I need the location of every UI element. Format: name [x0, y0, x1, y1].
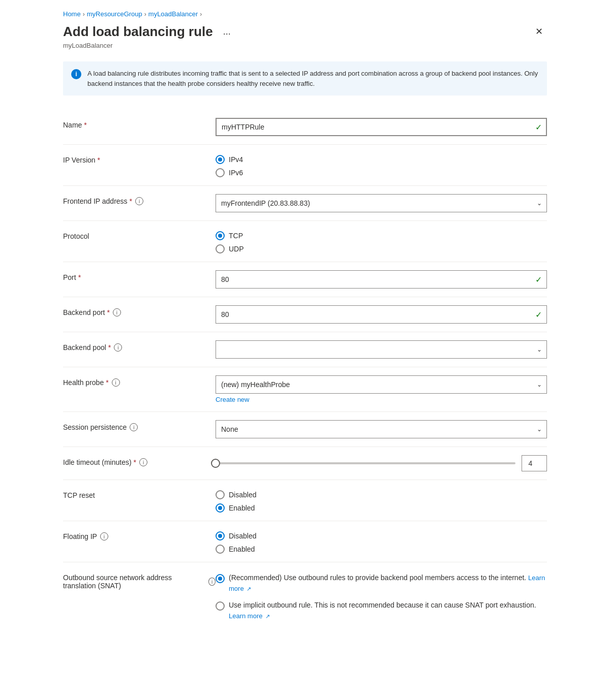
name-input-wrapper: ✓: [216, 118, 547, 136]
outbound-snat-radio2[interactable]: [216, 601, 225, 611]
backend-port-label: Backend port * i: [63, 305, 216, 316]
backend-port-input-wrapper: ✓: [216, 305, 547, 324]
tcp-reset-radio-group: Disabled Enabled: [216, 488, 547, 513]
floating-ip-disabled-label: Disabled: [229, 532, 256, 540]
floating-ip-disabled-radio[interactable]: [216, 531, 225, 540]
breadcrumb-sep1: ›: [83, 11, 85, 18]
tcp-reset-row: TCP reset Disabled Enabled: [63, 482, 547, 519]
ip-version-required: *: [98, 156, 100, 164]
slider-thumb[interactable]: [211, 459, 220, 468]
port-label: Port *: [63, 270, 216, 281]
frontend-ip-info-icon[interactable]: i: [135, 197, 143, 205]
backend-pool-info-icon[interactable]: i: [114, 343, 122, 352]
ipv6-label: IPv6: [229, 169, 243, 177]
tcp-reset-control: Disabled Enabled: [216, 488, 547, 513]
outbound-snat-radio1[interactable]: [216, 574, 225, 583]
close-button[interactable]: ✕: [531, 24, 547, 39]
name-required: *: [84, 121, 86, 129]
health-probe-select[interactable]: (new) myHealthProbe: [216, 375, 547, 394]
frontend-ip-select[interactable]: myFrontendIP (20.83.88.83): [216, 194, 547, 212]
floating-ip-enabled-option[interactable]: Enabled: [216, 545, 547, 554]
idle-timeout-input[interactable]: [522, 455, 547, 471]
name-input[interactable]: [216, 118, 547, 136]
info-icon: i: [71, 69, 81, 79]
tcp-radio[interactable]: [216, 231, 225, 240]
udp-radio[interactable]: [216, 244, 225, 253]
tcp-reset-enabled-radio[interactable]: [216, 503, 225, 513]
ipv6-radio[interactable]: [216, 168, 225, 177]
health-probe-info-icon[interactable]: i: [112, 378, 120, 387]
tcp-reset-disabled-option[interactable]: Disabled: [216, 490, 547, 499]
idle-timeout-required: *: [134, 458, 136, 466]
outbound-snat-info-icon[interactable]: i: [208, 578, 216, 586]
floating-ip-label: Floating IP i: [63, 529, 216, 540]
ip-version-label: IP Version *: [63, 153, 216, 164]
ipv6-option[interactable]: IPv6: [216, 168, 547, 177]
outbound-snat-options: (Recommended) Use outbound rules to prov…: [216, 570, 547, 621]
health-probe-select-wrapper: (new) myHealthProbe ⌄: [216, 375, 547, 394]
outbound-snat-control: (Recommended) Use outbound rules to prov…: [216, 570, 547, 621]
idle-timeout-control: [216, 455, 547, 471]
outbound-snat-option2: Use implicit outbound rule. This is not …: [216, 600, 547, 621]
protocol-control: TCP UDP: [216, 229, 547, 253]
backend-port-input[interactable]: [216, 305, 547, 324]
floating-ip-radio-group: Disabled Enabled: [216, 529, 547, 554]
port-required: *: [78, 273, 81, 281]
outbound-snat-text2: Use implicit outbound rule. This is not …: [229, 600, 547, 621]
backend-pool-select[interactable]: [216, 340, 547, 359]
backend-port-row: Backend port * i ✓: [63, 299, 547, 330]
health-probe-required: *: [106, 378, 108, 387]
floating-ip-control: Disabled Enabled: [216, 529, 547, 554]
session-persistence-select-wrapper: None ⌄: [216, 420, 547, 438]
floating-ip-disabled-option[interactable]: Disabled: [216, 531, 547, 540]
ip-version-radio-group: IPv4 IPv6: [216, 153, 547, 177]
tcp-reset-enabled-option[interactable]: Enabled: [216, 503, 547, 513]
name-label: Name *: [63, 118, 216, 129]
slider-track[interactable]: [216, 462, 515, 464]
ellipsis-button[interactable]: ...: [219, 24, 235, 39]
port-checkmark: ✓: [535, 275, 542, 284]
frontend-ip-select-wrapper: myFrontendIP (20.83.88.83) ⌄: [216, 194, 547, 212]
frontend-ip-label: Frontend IP address * i: [63, 194, 216, 205]
idle-timeout-info-icon[interactable]: i: [139, 458, 147, 466]
info-banner: i A load balancing rule distributes inco…: [63, 61, 547, 96]
tcp-option[interactable]: TCP: [216, 231, 547, 240]
outbound-snat-text1: (Recommended) Use outbound rules to prov…: [229, 572, 547, 594]
name-control: ✓: [216, 118, 547, 136]
health-probe-label: Health probe * i: [63, 375, 216, 387]
protocol-row: Protocol TCP UDP: [63, 223, 547, 260]
create-new-link[interactable]: Create new: [216, 396, 249, 403]
ip-version-row: IP Version * IPv4 IPv6: [63, 147, 547, 183]
floating-ip-enabled-radio[interactable]: [216, 545, 225, 554]
tcp-label: TCP: [229, 232, 243, 240]
health-probe-row: Health probe * i (new) myHealthProbe ⌄ C…: [63, 369, 547, 409]
backend-port-checkmark: ✓: [535, 310, 542, 320]
backend-port-info-icon[interactable]: i: [113, 308, 121, 316]
ipv4-radio[interactable]: [216, 155, 225, 164]
name-row: Name * ✓: [63, 112, 547, 142]
session-persistence-control: None ⌄: [216, 420, 547, 438]
breadcrumb-resource-group[interactable]: myResourceGroup: [87, 10, 142, 18]
external-link-icon-1: ↗: [247, 585, 251, 593]
udp-label: UDP: [229, 245, 244, 253]
breadcrumb-home[interactable]: Home: [63, 10, 81, 18]
session-persistence-select[interactable]: None: [216, 420, 547, 438]
breadcrumb-sep2: ›: [144, 11, 146, 18]
ipv4-label: IPv4: [229, 155, 243, 164]
ip-version-control: IPv4 IPv6: [216, 153, 547, 177]
tcp-reset-disabled-radio[interactable]: [216, 490, 225, 499]
outbound-snat-learn-more-1[interactable]: Learn more ↗: [229, 574, 545, 592]
external-link-icon-2: ↗: [265, 612, 270, 621]
protocol-radio-group: TCP UDP: [216, 229, 547, 253]
ipv4-option[interactable]: IPv4: [216, 155, 547, 164]
session-persistence-label: Session persistence i: [63, 420, 216, 431]
tcp-reset-enabled-label: Enabled: [229, 504, 255, 512]
floating-ip-enabled-label: Enabled: [229, 545, 255, 553]
outbound-snat-learn-more-2[interactable]: Learn more ↗: [229, 612, 270, 620]
session-persistence-info-icon[interactable]: i: [130, 423, 138, 431]
port-input[interactable]: [216, 270, 547, 289]
protocol-label: Protocol: [63, 229, 216, 240]
breadcrumb-load-balancer[interactable]: myLoadBalancer: [148, 10, 198, 18]
floating-ip-info-icon[interactable]: i: [100, 532, 108, 540]
udp-option[interactable]: UDP: [216, 244, 547, 253]
